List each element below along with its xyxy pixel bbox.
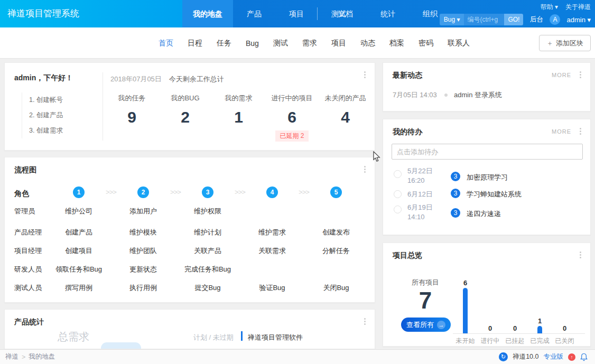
step-circle-2: 2 — [137, 186, 149, 198]
flow-cell[interactable]: 维护公司 — [47, 207, 110, 216]
bar-column: 6 — [453, 279, 478, 333]
search-input[interactable] — [464, 14, 504, 25]
flow-cell[interactable]: 关闭Bug — [304, 283, 368, 293]
breadcrumb-separator: > — [22, 353, 25, 361]
bar — [463, 288, 468, 333]
todo-checkbox[interactable] — [394, 190, 402, 198]
tab-contacts[interactable]: 联系人 — [448, 39, 470, 48]
welcome-panel: admin，下午好！ 1. 创建帐号 2. 创建产品 3. 创建需求 2018年… — [4, 62, 375, 151]
search-go-button[interactable]: GO! — [504, 14, 523, 25]
flow-cell[interactable]: 维护模块 — [111, 228, 175, 237]
subnav-items: 首页 日程 任务 Bug 测试 需求 项目 动态 档案 密码 联系人 — [159, 27, 470, 59]
flow-cell[interactable]: 提交Bug — [176, 283, 239, 293]
step-create-story[interactable]: 3. 创建需求 — [29, 123, 63, 138]
flow-cell[interactable]: 维护权限 — [176, 207, 239, 216]
latest-dynamics-menu-icon[interactable] — [578, 71, 583, 78]
tab-task[interactable]: 任务 — [217, 39, 231, 48]
bar-column: 0 — [552, 324, 577, 333]
flow-cell[interactable]: 添加用户 — [111, 207, 175, 216]
priority-badge: 3 — [451, 208, 460, 218]
avatar[interactable]: A — [550, 14, 560, 25]
view-all-button[interactable]: 查看所有→ — [401, 318, 451, 332]
flow-cell[interactable]: 验证Bug — [240, 283, 304, 293]
todo-title[interactable]: 递四方速递 — [467, 209, 501, 219]
upgrade-icon[interactable]: ↑ — [568, 353, 575, 361]
tab-story[interactable]: 需求 — [302, 39, 317, 48]
flow-cell[interactable]: 创建发布 — [304, 228, 368, 237]
tab-calendar[interactable]: 日程 — [188, 39, 202, 48]
welcome-panel-menu-icon[interactable] — [362, 71, 367, 78]
edition-link[interactable]: 专业版 — [544, 352, 564, 361]
projects-overview-panel: 项目总览 所有项目 7 查看所有→ 6 0 0 1 0 未开始 进行中 已挂起 … — [383, 242, 591, 347]
more-link[interactable]: MORE — [552, 72, 571, 78]
step-create-account[interactable]: 1. 创建帐号 — [29, 92, 63, 108]
tab-dynamic[interactable]: 动态 — [360, 39, 375, 48]
flow-cell[interactable]: 关联需求 — [240, 246, 304, 256]
search-module-dropdown[interactable]: Bug ▾ — [440, 14, 464, 25]
stat-label: 我的任务 — [105, 94, 159, 103]
tab-project[interactable]: 项目 — [331, 39, 346, 48]
panel-title: 流程图 — [14, 165, 36, 175]
help-menu[interactable]: 帮助 ▾ — [541, 3, 558, 12]
stat-value[interactable]: 9 — [105, 108, 159, 126]
about-zentao-link[interactable]: 关于禅道 — [565, 3, 591, 12]
bar — [537, 326, 542, 333]
todo-title[interactable]: 加密原理学习 — [467, 173, 508, 182]
nav-product[interactable]: 产品 — [233, 0, 275, 27]
nav-my-dashboard[interactable]: 我的地盘 — [182, 0, 233, 27]
stat-value[interactable]: 1 — [212, 108, 265, 126]
add-todo-input[interactable] — [392, 144, 583, 160]
priority-badge: 3 — [451, 172, 460, 181]
product-stats-menu-icon[interactable] — [362, 318, 367, 325]
flow-cell[interactable]: 更新状态 — [111, 265, 175, 274]
chevron-arrows-icon: >>> — [292, 188, 315, 196]
step-circle-3: 3 — [202, 186, 213, 198]
tab-bug[interactable]: Bug — [246, 39, 259, 48]
date-line: 2018年07月05日今天剩余工作总计 — [110, 74, 224, 84]
delayed-badge[interactable]: 已延期 2 — [275, 130, 308, 142]
flow-cell[interactable]: 创建产品 — [47, 228, 110, 237]
stat-my-stories: 我的需求 1 — [212, 94, 265, 142]
tab-test[interactable]: 测试 — [273, 39, 288, 48]
flow-cell[interactable]: 领取任务和Bug — [47, 265, 110, 274]
more-link[interactable]: MORE — [552, 128, 571, 135]
flow-cell[interactable]: 完成任务和Bug — [176, 265, 239, 274]
flow-cell[interactable]: 执行用例 — [111, 283, 175, 293]
step-create-product[interactable]: 2. 创建产品 — [29, 108, 63, 123]
flow-cell[interactable]: 撰写用例 — [47, 283, 110, 293]
nav-doc[interactable]: 文档 — [324, 0, 367, 27]
flow-cell[interactable]: 维护计划 — [176, 228, 239, 237]
todo-title[interactable]: 学习蝉知建站系统 — [467, 190, 522, 199]
stat-value[interactable]: 4 — [319, 108, 372, 126]
stat-value[interactable]: 2 — [159, 108, 212, 126]
backstage-link[interactable]: 后台 — [529, 15, 543, 24]
my-todo-menu-icon[interactable] — [578, 128, 583, 135]
dynamic-text[interactable]: admin 登录系统 — [454, 90, 502, 100]
breadcrumb-home[interactable]: 禅道 — [5, 352, 18, 361]
flow-cell[interactable]: 维护团队 — [111, 246, 175, 256]
todo-checkbox[interactable] — [394, 170, 402, 178]
product-name-link[interactable]: 禅道项目管理软件 — [248, 333, 303, 342]
flow-cell[interactable]: 维护需求 — [240, 228, 304, 237]
workflow-panel-menu-icon[interactable] — [362, 166, 367, 173]
tab-home[interactable]: 首页 — [159, 39, 173, 48]
nav-project[interactable]: 项目 — [275, 0, 318, 27]
bar-column: 1 — [527, 317, 552, 333]
nav-stats[interactable]: 统计 — [367, 0, 409, 27]
stat-value[interactable]: 6 — [265, 108, 319, 126]
my-stats: 我的任务 9 我的BUG 2 我的需求 1 进行中的项目 6 已延期 2 未关闭… — [105, 94, 372, 142]
projects-overview-menu-icon[interactable] — [578, 251, 583, 258]
flow-cell[interactable]: 分解任务 — [304, 246, 368, 256]
my-todo-panel: 我的待办 MORE 5月22日16:20 3 加密原理学习 6月12日 3 学习… — [383, 119, 591, 235]
flow-cell[interactable]: 关联产品 — [176, 246, 239, 256]
add-block-button[interactable]: ＋添加区块 — [539, 35, 591, 51]
flow-cell[interactable]: 创建项目 — [47, 246, 110, 256]
stat-label: 进行中的项目 — [265, 94, 319, 103]
todo-checkbox[interactable] — [394, 206, 402, 213]
user-menu[interactable]: admin ▾ — [566, 16, 591, 24]
stat-label: 未关闭的产品 — [319, 94, 372, 103]
bell-icon[interactable] — [580, 353, 588, 361]
tab-doc[interactable]: 档案 — [389, 39, 404, 48]
tab-password[interactable]: 密码 — [419, 39, 433, 48]
arrow-right-icon: → — [437, 321, 445, 329]
